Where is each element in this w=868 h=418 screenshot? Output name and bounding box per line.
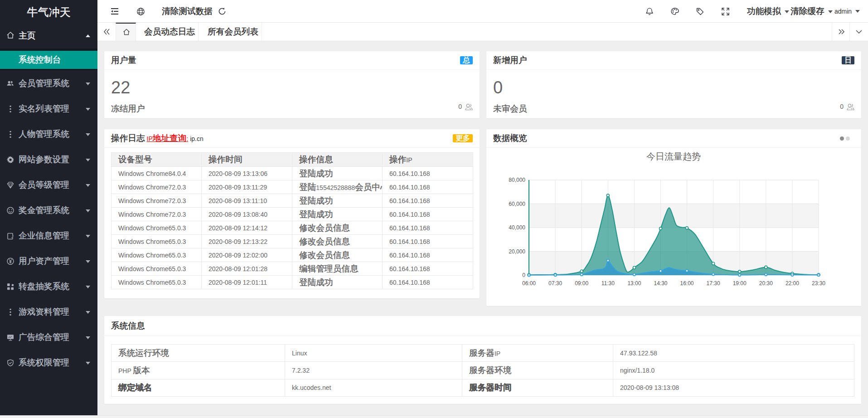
svg-text:40,000: 40,000 (509, 224, 525, 231)
svg-text:13:00: 13:00 (627, 280, 641, 287)
svg-text:09:00: 09:00 (575, 280, 588, 287)
svg-text:23:30: 23:30 (812, 280, 825, 287)
svg-text:80,000: 80,000 (509, 177, 525, 183)
svg-text:今日流量趋势: 今日流量趋势 (646, 151, 701, 161)
svg-text:20:30: 20:30 (759, 280, 773, 287)
svg-text:20,000: 20,000 (509, 248, 525, 255)
svg-text:17:30: 17:30 (707, 280, 720, 287)
svg-text:16:00: 16:00 (680, 280, 693, 287)
svg-text:11:30: 11:30 (601, 280, 615, 287)
svg-text:06:00: 06:00 (522, 280, 536, 287)
svg-text:60,000: 60,000 (509, 201, 525, 207)
svg-text:22:00: 22:00 (786, 280, 799, 287)
svg-text:14:30: 14:30 (654, 280, 667, 287)
svg-text:07:30: 07:30 (548, 280, 562, 287)
svg-text:19:00: 19:00 (733, 280, 747, 287)
svg-text:0: 0 (522, 272, 525, 278)
